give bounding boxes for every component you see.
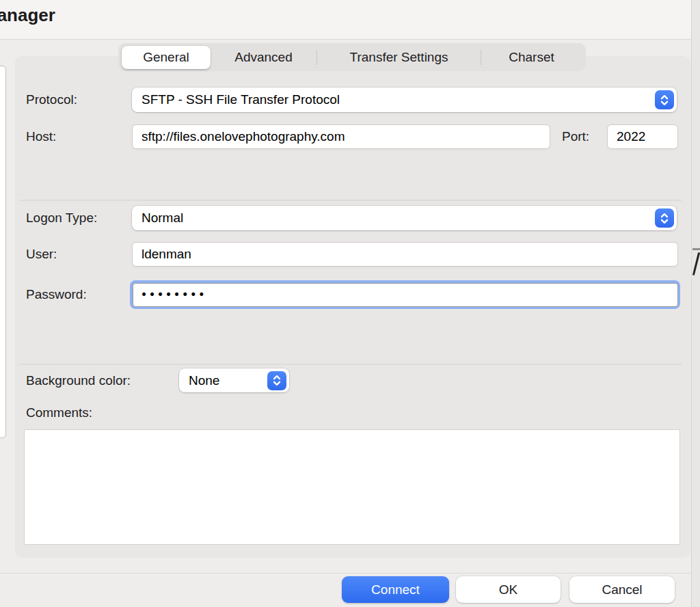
tab-transfer-settings[interactable]: Transfer Settings [317,43,481,71]
footer-divider [0,573,700,574]
protocol-label: Protocol: [26,87,77,112]
comments-textarea[interactable] [24,429,680,545]
window-right-edge [691,0,700,607]
section-divider [19,364,682,365]
user-input[interactable] [132,242,678,267]
site-list-panel-edge [0,66,6,438]
protocol-select[interactable]: SFTP - SSH File Transfer Protocol [132,87,677,112]
port-label: Port: [562,124,589,149]
background-color-label: Background color: [26,368,131,392]
tab-advanced[interactable]: Advanced [211,43,317,71]
cancel-button[interactable]: Cancel [569,576,675,603]
tab-charset-label: Charset [509,50,554,65]
tab-bar: General Advanced Transfer Settings Chars… [118,43,586,71]
host-input[interactable] [132,124,550,149]
password-input[interactable] [133,283,678,307]
host-label: Host: [26,124,56,149]
logon-type-select[interactable]: Normal [132,206,677,230]
tab-advanced-label: Advanced [234,50,293,65]
password-focus-ring [130,280,680,309]
port-input[interactable] [607,124,678,149]
password-label: Password: [26,280,87,309]
user-label: User: [26,242,57,267]
tab-transfer-settings-label: Transfer Settings [350,50,448,65]
chevron-up-down-icon [655,90,674,109]
tab-charset[interactable]: Charset [481,43,582,71]
window-title: Manager [0,5,55,26]
ok-button[interactable]: OK [456,576,561,603]
protocol-value: SFTP - SSH File Transfer Protocol [132,92,340,107]
chevron-up-down-icon [267,371,286,390]
logon-type-label: Logon Type: [26,206,97,230]
chevron-up-down-icon [655,208,674,228]
tab-general[interactable]: General [122,46,211,69]
connect-button[interactable]: Connect [342,576,449,603]
background-color-select[interactable]: None [179,368,289,392]
tab-general-label: General [143,50,189,65]
section-divider [19,200,682,201]
cutoff-artifact [692,248,700,250]
window-titlebar: Manager [0,0,700,40]
comments-label: Comments: [26,403,92,423]
logon-type-value: Normal [132,211,183,226]
background-color-value: None [179,373,219,388]
